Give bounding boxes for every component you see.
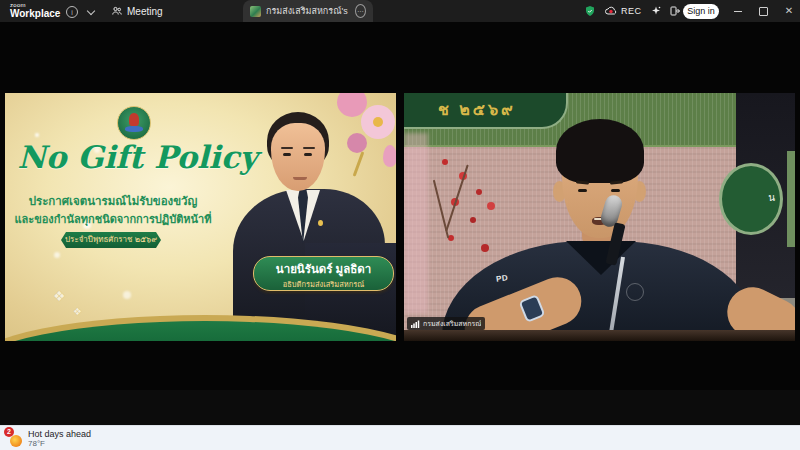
maximize-icon[interactable] (754, 0, 772, 22)
tab-thumbnail (250, 6, 261, 17)
shirt-emblem (626, 283, 644, 301)
meeting-toolbar: Audio Video Participants 201 Chat (0, 390, 800, 425)
sparkle-icon[interactable] (650, 5, 662, 17)
chevron-down-icon[interactable] (87, 7, 95, 15)
tab-shared-screen[interactable]: กรมส่งเสริมสหกรณ์'s screen … (243, 0, 373, 22)
name-plate: นายนิรันดร์ มูลธิดา อธิบดีกรมส่งเสริมสหก… (253, 256, 394, 291)
flower-center-decoration (373, 117, 383, 127)
video-tile-banner[interactable]: No Gift Policy ประกาศเจตนารมณ์ไม่รับของข… (5, 93, 396, 341)
green-oval-sign: น (719, 163, 783, 235)
flower-bud-decoration (383, 145, 396, 167)
official-name: นายนิรันดร์ มูลธิดา (254, 260, 393, 278)
rec-label: REC (621, 6, 642, 16)
video-tile-speaker[interactable]: น ช ๒๕๖๙ PD (404, 93, 795, 341)
clover-decoration: ❖ (73, 307, 82, 317)
floral-fabric (404, 133, 428, 313)
participant-name: กรมส่งเสริมสหกรณ์ (423, 318, 481, 329)
shirt-logo-text: PD (495, 273, 508, 284)
sparkle-decoration (35, 133, 39, 137)
notification-badge: 2 (4, 427, 14, 437)
meeting-stage: No Gift Policy ประกาศเจตนารมณ์ไม่รับของข… (0, 22, 800, 390)
zoom-workplace-logo: zoom Workplace (10, 2, 60, 19)
red-flower-decoration (442, 159, 448, 165)
flower-decoration (347, 133, 367, 153)
panel-icon[interactable] (669, 5, 681, 17)
titlebar: zoom Workplace i Meeting กรมส่งเสริมสหกร… (0, 0, 800, 22)
people-icon (111, 5, 123, 17)
table-edge (404, 330, 795, 341)
weather-widget[interactable]: 2 Hot days ahead 78°F (6, 428, 156, 449)
backdrop-banner-text: ช ๒๕๖๙ (438, 97, 516, 122)
signal-bars-icon (411, 319, 420, 328)
info-icon[interactable]: i (66, 6, 78, 18)
brand-bottom: Workplace (10, 9, 60, 19)
shield-icon[interactable] (584, 5, 596, 17)
tab-shared-screen-label: กรมส่งเสริมสหกรณ์'s screen (266, 4, 350, 18)
backdrop-banner: ช ๒๕๖๙ (404, 93, 568, 129)
weather-temp: 78°F (28, 439, 91, 448)
banner-line1: ประกาศเจตนารมณ์ไม่รับของขวัญ (5, 192, 221, 210)
close-icon[interactable]: ✕ (780, 0, 798, 22)
banner-ribbon: ประจำปีพุทธศักราช ๒๕๖๙ (61, 232, 161, 248)
windows-taskbar: 2 Hot days ahead 78°F W (0, 425, 800, 450)
department-seal-icon (117, 106, 151, 140)
banner-title: No Gift Policy (10, 139, 265, 175)
stem-decoration (353, 151, 365, 176)
ellipsis-icon[interactable]: … (355, 4, 366, 18)
lapel-pin (318, 220, 323, 226)
tab-meeting[interactable]: Meeting (127, 6, 163, 17)
participant-name-badge: กรมส่งเสริมสหกรณ์ (407, 317, 485, 330)
weather-title: Hot days ahead (28, 429, 91, 439)
screen: zoom Workplace i Meeting กรมส่งเสริมสหกร… (0, 0, 800, 450)
minimize-icon[interactable] (729, 0, 747, 22)
oval-sign-text: น (768, 190, 775, 205)
official-role: อธิบดีกรมส่งเสริมสหกรณ์ (254, 278, 393, 290)
sign-in-button[interactable]: Sign in (683, 4, 719, 19)
clover-decoration: ❖ (53, 289, 66, 303)
banner-line2: และของกำนัลทุกชนิดจากการปฏิบัติหน้าที่ (5, 210, 221, 228)
cloud-rec-icon[interactable] (604, 5, 618, 17)
weather-icon: 2 (6, 430, 23, 447)
